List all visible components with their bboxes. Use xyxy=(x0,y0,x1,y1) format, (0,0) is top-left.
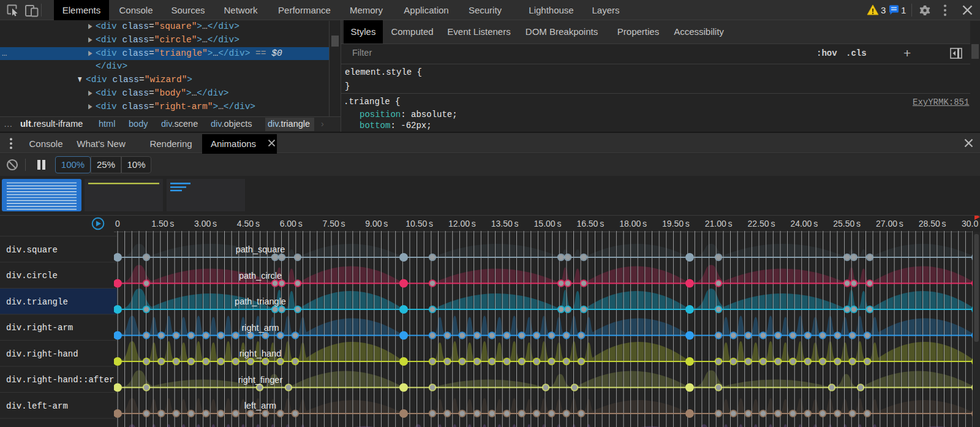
svg-text:right_arm: right_arm xyxy=(241,323,279,333)
svg-text:path_triangle: path_triangle xyxy=(235,297,286,306)
svg-text:21.00 s: 21.00 s xyxy=(705,219,733,229)
svg-text:7.50 s: 7.50 s xyxy=(322,219,345,229)
svg-text:3.00 s: 3.00 s xyxy=(194,219,217,229)
svg-text:div.right-hand: div.right-hand xyxy=(6,349,78,359)
svg-text:0: 0 xyxy=(115,219,120,229)
svg-text:right_hand: right_hand xyxy=(239,349,282,358)
svg-text:28.50 s: 28.50 s xyxy=(919,219,946,229)
svg-text:div.left-arm: div.left-arm xyxy=(6,401,68,411)
svg-text:27.00 s: 27.00 s xyxy=(876,219,903,229)
svg-text:30.0: 30.0 xyxy=(962,219,978,229)
svg-text:div.right-hand::after: div.right-hand::after xyxy=(6,375,114,385)
svg-text:16.50 s: 16.50 s xyxy=(576,219,604,229)
svg-text:div.triangle: div.triangle xyxy=(6,297,68,307)
svg-text:25.50 s: 25.50 s xyxy=(833,219,861,229)
svg-text:13.50 s: 13.50 s xyxy=(491,219,519,229)
svg-text:18.00 s: 18.00 s xyxy=(619,219,647,229)
svg-text:24.00 s: 24.00 s xyxy=(790,219,818,229)
svg-text:div.right-arm: div.right-arm xyxy=(6,323,73,333)
svg-text:10.50 s: 10.50 s xyxy=(405,219,433,229)
svg-text:1.50 s: 1.50 s xyxy=(151,219,174,229)
svg-text:4.50 s: 4.50 s xyxy=(237,219,260,229)
svg-text:path_circle: path_circle xyxy=(239,271,282,281)
svg-text:path_square: path_square xyxy=(236,244,285,254)
svg-text:22.50 s: 22.50 s xyxy=(748,219,775,229)
svg-text:9.00 s: 9.00 s xyxy=(365,219,388,229)
svg-text:div.circle: div.circle xyxy=(6,271,58,281)
svg-text:12.00 s: 12.00 s xyxy=(448,219,476,229)
svg-text:6.00 s: 6.00 s xyxy=(280,219,303,229)
svg-text:15.00 s: 15.00 s xyxy=(534,219,562,229)
svg-text:div.square: div.square xyxy=(6,245,58,255)
svg-text:right_finger: right_finger xyxy=(238,375,283,385)
svg-text:19.50 s: 19.50 s xyxy=(662,219,690,229)
svg-text:left_arm: left_arm xyxy=(244,401,276,410)
